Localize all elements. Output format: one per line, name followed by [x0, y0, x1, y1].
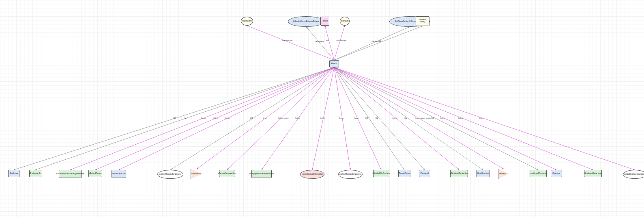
node-label: Customer: [552, 173, 560, 175]
bottom-node-2[interactable]: vExtendPersonExtendByFirstName: [59, 170, 82, 178]
bottom-node-19[interactable]: vEmployeeDepartment: [584, 170, 602, 177]
edge-label: usesDataType: [282, 39, 293, 41]
edge-label: ISA: [379, 40, 381, 42]
edge-label: Select: [320, 117, 324, 119]
node-label: PersonPhone: [399, 173, 410, 175]
edge-label: usesDataType: [336, 39, 346, 41]
bottom-node-17[interactable]: vIndividualCustomer: [530, 170, 547, 177]
bottom-node-20[interactable]: uspGetEmployeeManagers: [623, 170, 644, 179]
edge-label: Select: [354, 117, 358, 119]
node-label: Individual: [341, 20, 349, 22]
edge-label: ISA: [184, 117, 186, 119]
node-label: Business Entity: [417, 19, 428, 23]
node-label: ufnGetContactInformation: [302, 174, 323, 176]
edge-label: ISA: [431, 117, 434, 119]
node-label: EmailAddress: [477, 173, 489, 175]
bottom-node-13[interactable]: Password: [419, 170, 430, 177]
bottom-node-10[interactable]: uspGetManagerEmployees: [338, 170, 363, 179]
node-label: vExtendPersonExtendByFirstName: [56, 173, 85, 175]
bottom-node-4[interactable]: PersonCreditCard: [112, 170, 126, 178]
edge-label: ISA: [376, 117, 378, 119]
node-label: vPersonDemographics: [218, 173, 236, 175]
bottom-node-1[interactable]: EmployeeInfo: [29, 170, 41, 177]
node-label: vEmployeeDepartment: [584, 173, 602, 175]
top-node-3[interactable]: Individual: [340, 17, 350, 26]
edge-label: Select_update_trigger: [415, 117, 431, 119]
center-node[interactable]: Person: [329, 60, 339, 67]
edge-label: ISA: [365, 117, 368, 119]
bottom-node-9[interactable]: ufnGetContactInformation: [300, 170, 324, 179]
node-label: Person: [322, 20, 328, 22]
bottom-node-12[interactable]: PersonPhone: [398, 170, 410, 177]
edge-label: Select: [225, 117, 230, 119]
edge-label: Select: [393, 117, 397, 119]
bottom-node-14[interactable]: vAdditionalContactInfo: [450, 170, 468, 177]
edge-label: Select: [213, 117, 218, 119]
top-node-0[interactable]: NameEntity: [241, 17, 253, 26]
bottom-node-0[interactable]: Employee: [8, 170, 19, 177]
node-label: vExtendPerson: [89, 173, 102, 175]
node-label: PersonCreditCard: [112, 173, 126, 175]
node-label: uspGetManagerEmployees: [339, 174, 362, 176]
bottom-node-11[interactable]: vVendorWithContacts: [373, 170, 389, 177]
edge-label: Select: [295, 117, 300, 119]
bottom-node-8[interactable]: vEmployeeDepartmentHistory: [251, 170, 272, 178]
node-label: vVendorWithContacts: [372, 173, 390, 175]
node-label: Employee: [10, 173, 18, 175]
edge-label: Select: [339, 117, 343, 119]
node-label: NameEntity: [242, 20, 251, 22]
edge-label: Select: [263, 117, 267, 119]
node-label: uspGetEmployeeManagers: [624, 174, 644, 176]
bottom-node-5[interactable]: uspGetManagerEmployees: [157, 170, 183, 179]
bottom-node-7[interactable]: vPersonDemographics: [219, 170, 235, 177]
top-node-2[interactable]: Person: [320, 17, 329, 26]
top-node-1[interactable]: IndividualDuringExtremeDataset: [288, 16, 324, 27]
top-node-5[interactable]: Business Entity: [416, 16, 429, 26]
edge-label: Select: [440, 117, 445, 119]
node-label: uPerson: [499, 173, 506, 175]
node-label: vAdditionalContactInfo: [450, 173, 468, 175]
edge-label: Select: [479, 117, 483, 119]
node-label: Person: [331, 63, 337, 65]
bottom-node-3[interactable]: vExtendPerson: [88, 170, 102, 177]
edge-label: Select_update: [278, 117, 289, 119]
edge-label: Class: [325, 39, 329, 41]
bottom-node-18[interactable]: Customer: [551, 170, 562, 177]
node-label: vIndividualCustomer: [530, 173, 547, 175]
edge-label: XMLExtreme: [315, 40, 324, 42]
edge-label: ISA: [250, 117, 253, 119]
node-label: vEmployeeDepartmentHistory: [249, 173, 274, 175]
node-label: IndividualDuringExtremeDataset: [293, 21, 320, 23]
edge-label: Select: [201, 117, 206, 119]
edge-label: Select: [458, 117, 463, 119]
edge-label: ISA: [173, 117, 176, 119]
bottom-node-15[interactable]: EmailAddress: [477, 170, 489, 177]
node-label: uspGetManagerEmployees: [159, 174, 182, 176]
canvas-grid: [0, 0, 644, 217]
node-label: EmployeeInfo: [30, 173, 41, 175]
node-label: Password: [421, 173, 429, 175]
edge-label: ISA: [404, 117, 407, 119]
node-label: AdditionalInfo: [190, 173, 201, 175]
